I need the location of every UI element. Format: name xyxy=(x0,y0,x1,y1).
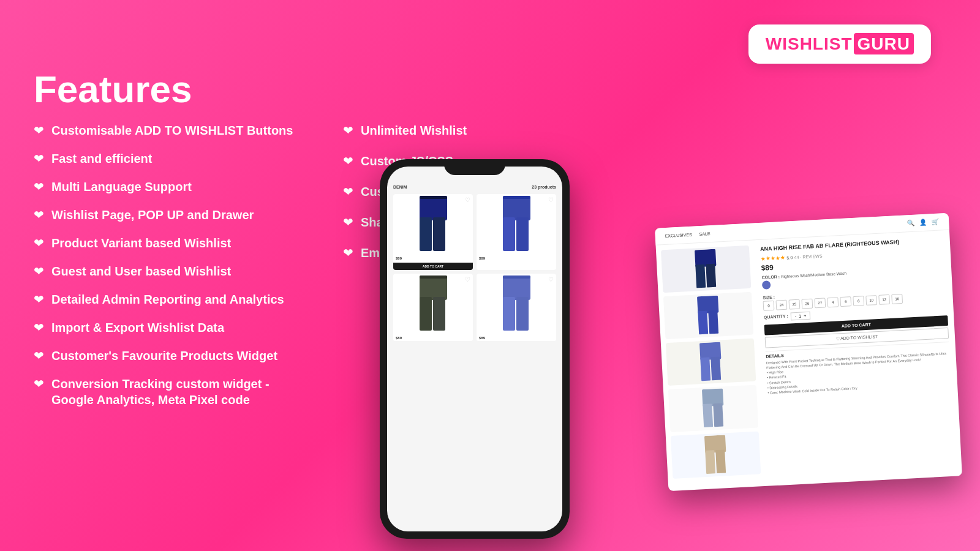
cart-icon[interactable]: 🛒 xyxy=(932,219,940,226)
feature-text-5: Product Variant based Wishlist xyxy=(51,235,231,251)
desktop-thumb-3 xyxy=(666,339,756,386)
feature-item-6: ❤ Guest and User based Wishlist xyxy=(34,263,309,279)
feature-text-7: Detailed Admin Reporting and Analytics xyxy=(51,291,284,307)
svg-rect-12 xyxy=(503,276,530,300)
quantity-selector[interactable]: - 1 + xyxy=(791,311,811,320)
feature-item-3: ❤ Multi Language Support xyxy=(34,179,309,195)
phone-product-card-4: ♡ $89 xyxy=(477,274,556,341)
heart-icon-r4: ❤ xyxy=(343,215,353,230)
quantity-plus[interactable]: + xyxy=(804,313,806,318)
heart-icon-2: ❤ xyxy=(34,151,44,166)
heart-icon-10: ❤ xyxy=(34,377,44,391)
phone-product-img-1 xyxy=(393,194,473,255)
phone-product-grid: ♡ $89 ADD TO CART xyxy=(393,194,556,341)
svg-rect-0 xyxy=(420,196,447,220)
heart-icon-6: ❤ xyxy=(34,264,44,279)
feature-item-7: ❤ Detailed Admin Reporting and Analytics xyxy=(34,291,309,307)
desktop-details-text: Designed With Front Pocket Technique Tha… xyxy=(766,351,952,395)
svg-rect-6 xyxy=(516,217,529,251)
svg-rect-5 xyxy=(503,217,515,251)
jeans-svg-2 xyxy=(500,196,533,254)
phone-add-cart-1[interactable]: ADD TO CART xyxy=(393,263,473,270)
quantity-value: 1 xyxy=(799,313,801,318)
phone-product-img-4 xyxy=(477,274,556,335)
svg-rect-2 xyxy=(433,217,445,251)
feature-item-8: ❤ Import & Export Wishlist Data xyxy=(34,320,309,335)
jeans-svg-4 xyxy=(500,276,533,334)
desktop-thumb-2 xyxy=(663,292,753,339)
heart-icon-1: ❤ xyxy=(34,123,44,138)
feature-item-r1: ❤ Unlimited Wishlist xyxy=(343,122,484,138)
desktop-main-content: ANA HIGH RISE FAB AB FLARE (RIGHTEOUS WA… xyxy=(753,230,962,484)
phone-product-price-1: $89 xyxy=(393,255,473,261)
svg-rect-14 xyxy=(516,297,529,331)
phone-wishlist-heart-4: ♡ xyxy=(548,276,554,283)
size-btn-26[interactable]: 26 xyxy=(801,298,813,309)
size-btn-10[interactable]: 10 xyxy=(865,295,877,305)
features-left-column: ❤ Customisable ADD TO WISHLIST Buttons ❤… xyxy=(34,122,309,408)
reviews-count: 44 · REVIEWS xyxy=(794,253,822,259)
desktop-details-section: DETAILS Designed With Front Pocket Techn… xyxy=(766,342,951,395)
feature-item-2: ❤ Fast and efficient xyxy=(34,151,309,167)
svg-rect-8 xyxy=(420,276,447,300)
size-btn-27[interactable]: 27 xyxy=(814,298,826,308)
feature-item-1: ❤ Customisable ADD TO WISHLIST Buttons xyxy=(34,122,309,138)
svg-rect-27 xyxy=(713,403,723,427)
feature-text-1: Customisable ADD TO WISHLIST Buttons xyxy=(51,122,293,138)
heart-icon-r2: ❤ xyxy=(343,154,353,168)
svg-rect-29 xyxy=(705,450,715,474)
desktop-thumb-5 xyxy=(671,431,761,478)
phone-product-card-3: ♡ $89 xyxy=(393,274,473,341)
svg-rect-10 xyxy=(433,297,445,331)
svg-rect-11 xyxy=(420,276,447,279)
svg-rect-20 xyxy=(698,310,708,334)
logo-container: WISHLISTGURU xyxy=(748,24,931,64)
desktop-nav-icons: 🔍 👤 🛒 xyxy=(907,219,940,227)
size-btn-16[interactable]: 16 xyxy=(891,294,903,304)
size-btn-12[interactable]: 12 xyxy=(878,294,890,305)
feature-item-10: ❤ Conversion Tracking custom widget - Go… xyxy=(34,376,309,408)
heart-icon-4: ❤ xyxy=(34,208,44,222)
size-btn-8[interactable]: 8 xyxy=(853,296,864,306)
svg-rect-23 xyxy=(700,357,710,381)
svg-rect-15 xyxy=(503,276,530,279)
logo-text: WISHLISTGURU xyxy=(766,34,914,54)
desktop-content: ANA HIGH RISE FAB AB FLARE (RIGHTEOUS WA… xyxy=(656,230,962,489)
heart-icon-5: ❤ xyxy=(34,236,44,250)
size-btn-0[interactable]: 0 xyxy=(763,301,775,311)
phone-product-img-2 xyxy=(477,194,556,255)
phone-product-count: 23 products xyxy=(532,185,556,189)
desktop-color-swatch[interactable] xyxy=(762,280,771,290)
heart-icon-9: ❤ xyxy=(34,348,44,363)
svg-rect-17 xyxy=(695,264,706,288)
account-icon[interactable]: 👤 xyxy=(919,219,927,227)
search-icon[interactable]: 🔍 xyxy=(907,220,915,227)
desktop-nav-links: EXCLUSIVES SALE xyxy=(665,231,710,238)
heart-icon-r1: ❤ xyxy=(343,123,353,138)
phone-store-label: DENIM xyxy=(393,185,407,189)
svg-rect-3 xyxy=(420,196,447,199)
heart-icon-r3: ❤ xyxy=(343,184,353,199)
desktop-thumb-1 xyxy=(661,246,751,293)
phone-product-price-3: $89 xyxy=(393,335,473,341)
size-btn-6[interactable]: 6 xyxy=(840,296,851,307)
desktop-jeans-3 xyxy=(698,342,723,383)
feature-text-6: Guest and User based Wishlist xyxy=(51,263,231,279)
phone-screen-content: DENIM 23 products xyxy=(387,167,562,531)
quantity-minus[interactable]: - xyxy=(795,314,797,318)
feature-text-4: Wishlist Page, POP UP and Drawer xyxy=(51,207,254,223)
feature-text-r1: Unlimited Wishlist xyxy=(361,122,467,138)
svg-rect-13 xyxy=(503,297,515,331)
phone-wishlist-heart-2: ♡ xyxy=(548,197,554,203)
svg-rect-30 xyxy=(715,449,726,473)
jeans-svg-1 xyxy=(417,196,450,254)
size-btn-4[interactable]: 4 xyxy=(827,297,839,307)
svg-rect-21 xyxy=(708,310,718,334)
nav-sale: SALE xyxy=(699,231,710,236)
feature-text-9: Customer's Favourite Products Widget xyxy=(51,348,277,364)
svg-rect-26 xyxy=(703,403,713,427)
size-btn-25[interactable]: 25 xyxy=(788,299,800,309)
logo-wishlist: WISHLIST xyxy=(766,34,853,53)
phone-wishlist-heart-3: ♡ xyxy=(465,276,470,283)
size-btn-24[interactable]: 24 xyxy=(775,299,787,310)
